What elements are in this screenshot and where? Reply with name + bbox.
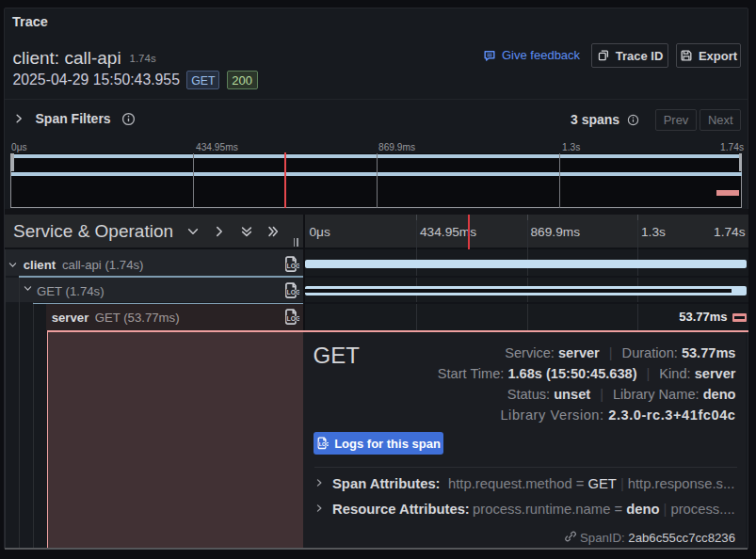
svg-text:LOG: LOG: [287, 263, 299, 269]
svg-text:LOG: LOG: [287, 315, 299, 322]
svg-text:LOG: LOG: [319, 441, 329, 447]
svg-text:LOG: LOG: [287, 289, 299, 295]
